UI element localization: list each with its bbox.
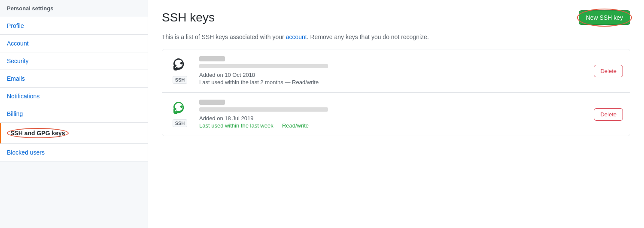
svg-point-0 <box>180 62 183 64</box>
sidebar-header: Personal settings <box>0 0 148 17</box>
ssh-badge-1: SSH <box>173 76 188 84</box>
key-icon-area-1: SSH <box>169 58 191 84</box>
key-usage-1: Last used within the last 2 months — Rea… <box>199 79 587 85</box>
key-added-date-2: Added on 18 Jul 2019 <box>199 115 587 122</box>
ssh-key-list: SSH Added on 10 Oct 2018 Last used withi… <box>162 49 630 136</box>
sidebar-item-account[interactable]: Account <box>0 35 148 52</box>
key-info-1: Added on 10 Oct 2018 Last used within th… <box>199 56 587 85</box>
description-account-link: account <box>286 33 307 40</box>
sidebar-item-notifications[interactable]: Notifications <box>0 88 148 105</box>
key-icon-2 <box>173 102 186 118</box>
key-fingerprint-blurred-1 <box>199 64 328 68</box>
delete-key-button-2[interactable]: Delete <box>594 108 623 121</box>
key-info-2: Added on 18 Jul 2019 Last used within th… <box>199 100 587 129</box>
key-fingerprint-blurred-2 <box>199 107 328 112</box>
key-added-date-1: Added on 10 Oct 2018 <box>199 72 587 78</box>
description-text: This is a list of SSH keys associated wi… <box>162 33 630 40</box>
svg-point-1 <box>180 105 183 108</box>
key-icon-area-2: SSH <box>169 102 191 127</box>
sidebar-item-billing[interactable]: Billing <box>0 105 148 123</box>
ssh-key-item: SSH Added on 18 Jul 2019 Last used withi… <box>162 93 630 136</box>
page-title: SSH keys <box>162 11 215 24</box>
sidebar-item-security[interactable]: Security <box>0 52 148 70</box>
active-item-label: SSH and GPG keys <box>7 128 69 138</box>
ssh-key-item: SSH Added on 10 Oct 2018 Last used withi… <box>162 49 630 93</box>
sidebar-item-ssh-gpg-keys[interactable]: SSH and GPG keys <box>0 123 148 144</box>
new-ssh-key-button[interactable]: New SSH key <box>579 10 630 25</box>
ssh-badge-2: SSH <box>173 119 188 127</box>
key-title-blurred-1 <box>199 56 225 61</box>
key-title-blurred-2 <box>199 100 225 105</box>
sidebar-item-profile[interactable]: Profile <box>0 17 148 35</box>
main-header: SSH keys New SSH key <box>162 10 630 25</box>
description-prefix: This is a list of SSH keys associated wi… <box>162 33 286 40</box>
main-content: SSH keys New SSH key This is a list of S… <box>148 0 644 228</box>
key-icon-1 <box>173 58 186 74</box>
key-usage-2: Last used within the last week — Read/wr… <box>199 122 587 129</box>
description-suffix: . Remove any keys that you do not recogn… <box>307 33 429 40</box>
sidebar-item-blocked-users[interactable]: Blocked users <box>0 144 148 161</box>
delete-key-button-1[interactable]: Delete <box>594 65 623 77</box>
sidebar-item-emails[interactable]: Emails <box>0 70 148 88</box>
sidebar: Personal settings Profile Account Securi… <box>0 0 148 228</box>
